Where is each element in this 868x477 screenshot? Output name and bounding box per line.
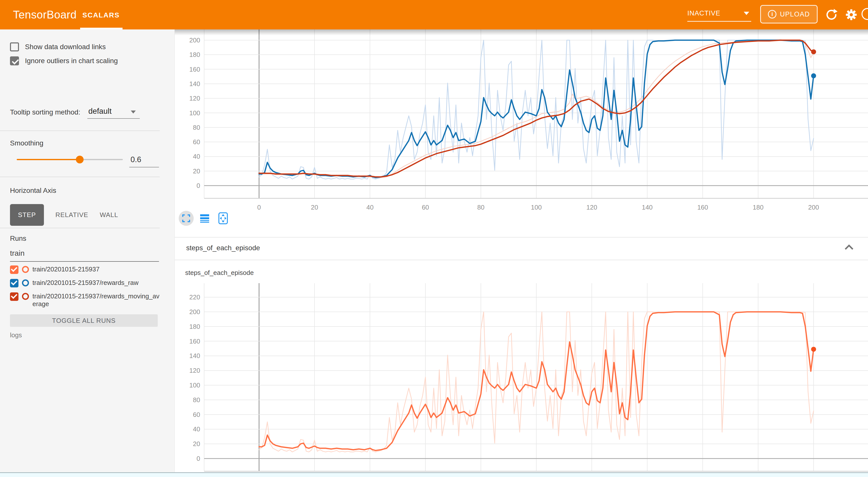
run-color-swatch[interactable] [22,279,29,286]
svg-text:100: 100 [189,381,200,389]
settings-button[interactable] [845,8,858,21]
smoothing-slider-fill [17,159,80,160]
logs-label: logs [10,331,22,339]
svg-text:0: 0 [197,182,200,189]
divider [0,228,160,228]
svg-text:20: 20 [193,440,200,448]
toggle-all-runs-button[interactable]: TOGGLE ALL RUNS [10,314,158,327]
checkbox-checked-icon[interactable] [10,56,19,65]
line-chart-0[interactable]: 0204060801001201401601802000204060801001… [175,29,868,236]
svg-text:60: 60 [422,203,429,211]
tab-scalars[interactable]: SCALARS [82,0,120,29]
upload-button-label: UPLOAD [780,10,810,18]
divider [0,177,160,177]
run-checkbox-checked-icon[interactable] [10,279,19,287]
info-icon: i [768,10,776,19]
status-dropdown[interactable]: INACTIVE [687,0,752,29]
horizontal-bars-icon [200,214,210,223]
svg-text:120: 120 [189,95,200,102]
status-dropdown-value: INACTIVE [687,9,720,17]
collapse-section-button[interactable] [843,243,856,253]
svg-text:220: 220 [189,293,200,301]
sidebar: Show data download linksIgnore outliers … [0,29,175,473]
checkbox-unchecked-icon[interactable] [10,42,19,52]
svg-text:180: 180 [753,203,764,211]
svg-text:80: 80 [193,396,200,404]
upload-button[interactable]: i UPLOAD [760,5,817,24]
expand-chart-button[interactable] [179,211,194,226]
toggle-y-axis-button[interactable] [197,211,212,226]
checkbox-label: Show data download links [25,43,106,51]
fit-domain-button[interactable] [216,211,230,226]
checkbox-row-download-links[interactable]: Show data download links [10,42,106,52]
smoothing-input-underline [129,167,159,167]
svg-text:40: 40 [193,153,200,160]
section-title: steps_of_each_episode [186,244,260,252]
runs-filter-underline [10,261,159,262]
svg-text:200: 200 [808,203,819,211]
run-label: train/20201015-215937 [32,265,100,273]
run-row-2[interactable]: train/20201015-215937/rewards_moving_ave… [10,290,160,310]
chevron-down-icon [744,12,749,15]
run-row-1[interactable]: train/20201015-215937/rewards_raw [10,277,160,290]
tooltip-sorting-label: Tooltip sorting method: [10,108,80,116]
run-label: train/20201015-215937/rewards_raw [32,279,138,287]
run-color-swatch[interactable] [22,266,29,273]
app-header: TensorBoard SCALARS INACTIVE i UPLOAD [0,0,868,29]
chevron-down-icon[interactable] [131,110,136,114]
horizontal-axis-options: STEPRELATIVEWALL [10,204,118,226]
fullscreen-icon [182,214,190,223]
chevron-up-icon [843,243,855,251]
chart-title: steps_of_each_episode [185,269,254,277]
svg-text:100: 100 [189,109,200,117]
svg-text:120: 120 [189,367,200,374]
svg-text:0: 0 [197,455,200,462]
svg-text:80: 80 [477,203,485,211]
run-checkbox-checked-icon[interactable] [10,265,19,274]
app-title: TensorBoard [13,0,76,29]
smoothing-label: Smoothing [10,139,43,147]
axis-option-wall[interactable]: WALL [100,211,118,219]
help-button[interactable] [862,8,868,20]
svg-text:60: 60 [193,138,200,146]
svg-text:140: 140 [189,352,200,359]
horizontal-axis-label: Horizontal Axis [10,187,56,195]
run-label: train/20201015-215937/rewards_moving_ave… [32,292,160,308]
bottom-strip [0,472,868,477]
svg-text:140: 140 [189,80,200,88]
svg-text:200: 200 [189,308,200,316]
fit-data-icon [218,212,228,225]
svg-text:200: 200 [189,36,200,44]
smoothing-slider-thumb[interactable] [76,156,84,163]
svg-text:80: 80 [193,124,200,131]
chart-toolbar [179,211,230,226]
axis-option-relative[interactable]: RELATIVE [55,211,88,219]
status-dropdown-underline [687,21,751,22]
tooltip-sorting-dropdown[interactable]: default [88,107,112,116]
svg-text:20: 20 [193,167,200,175]
tab-active-underline [80,28,123,29]
svg-text:0: 0 [257,203,261,211]
line-chart-1[interactable]: 020406080100120140160180200220 [175,283,868,473]
refresh-icon [825,8,838,21]
svg-text:40: 40 [193,425,200,433]
axis-option-step[interactable]: STEP [10,204,44,226]
runs-filter-input[interactable]: train [10,249,25,257]
svg-text:40: 40 [366,203,374,211]
svg-text:180: 180 [189,51,200,58]
svg-text:160: 160 [189,338,200,345]
svg-text:120: 120 [587,203,597,211]
svg-text:100: 100 [531,203,541,211]
runs-label: Runs [10,234,26,243]
svg-text:180: 180 [189,323,200,330]
smoothing-value-input[interactable]: 0.6 [130,155,141,164]
divider [0,130,160,131]
tooltip-dropdown-underline [87,118,140,119]
gear-icon [845,8,858,21]
runs-list: train/20201015-215937train/20201015-2159… [10,263,160,310]
refresh-button[interactable] [825,8,838,21]
run-checkbox-checked-icon[interactable] [10,292,19,301]
run-row-0[interactable]: train/20201015-215937 [10,263,160,277]
checkbox-row-ignore-outliers[interactable]: Ignore outliers in chart scaling [10,56,118,65]
run-color-swatch[interactable] [22,293,29,300]
